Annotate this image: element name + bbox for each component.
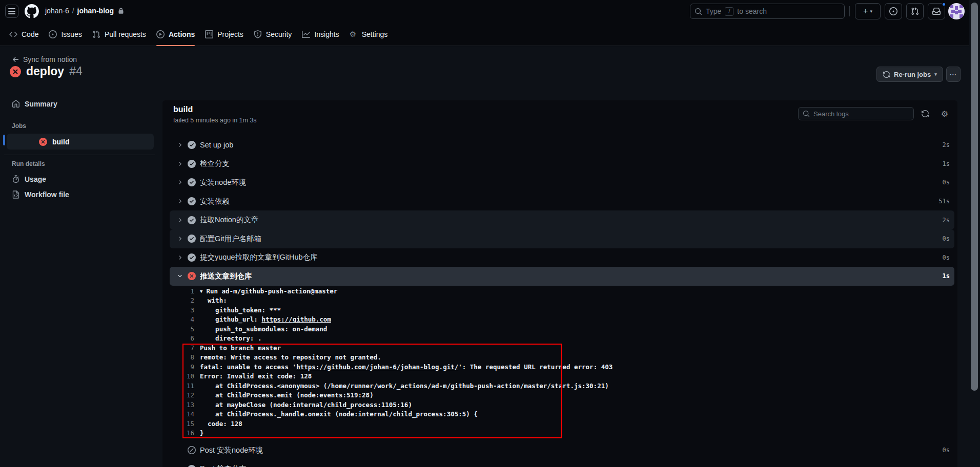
sidebar-item-summary[interactable]: Summary <box>7 96 159 112</box>
log-text: github_url: <box>200 315 261 323</box>
sidebar-divider <box>4 155 155 155</box>
tab-label: Settings <box>362 30 388 38</box>
log-line-number[interactable]: 7 <box>166 344 194 353</box>
log-line-number[interactable]: 13 <box>166 400 194 410</box>
step-row[interactable]: 安装node环境0s <box>170 173 954 192</box>
log-link[interactable]: https://github.com <box>261 315 331 323</box>
caret-down-icon: ▾ <box>934 72 937 77</box>
tab-issues[interactable]: Issues <box>44 23 87 46</box>
breadcrumb-separator: / <box>72 7 74 15</box>
log-line: 12 at ChildProcess.emit (node:events:519… <box>200 391 957 400</box>
tab-pull-requests[interactable]: Pull requests <box>87 23 151 46</box>
step-row[interactable]: 安装依赖51s <box>170 192 954 211</box>
tab-security[interactable]: Security <box>249 23 297 46</box>
rerun-jobs-button[interactable]: Re-run jobs ▾ <box>876 67 943 82</box>
run-title: deploy #4 <box>10 65 83 78</box>
log-line-number[interactable]: 4 <box>166 315 194 325</box>
step-row[interactable]: 推送文章到仓库1s <box>170 267 954 286</box>
tab-insights[interactable]: Insights <box>297 23 344 46</box>
search-icon <box>695 8 702 15</box>
log-line-number[interactable]: 10 <box>166 372 194 381</box>
chevron-right-icon <box>177 217 183 223</box>
tab-projects[interactable]: Projects <box>200 23 249 46</box>
step-duration: 0s <box>943 254 950 261</box>
check-circle-fill-icon <box>188 235 196 243</box>
log-line-number[interactable]: 9 <box>166 363 194 372</box>
log-text: at ChildProcess._handle.onexit (node:int… <box>200 410 478 418</box>
git-pull-request-icon <box>92 30 100 38</box>
sidebar-item-usage[interactable]: Usage <box>7 172 159 187</box>
notifications-inbox-button[interactable] <box>928 3 945 19</box>
step-row[interactable]: Post 安装node环境0s <box>170 441 954 460</box>
log-line-number[interactable]: 11 <box>166 381 194 391</box>
log-line-number[interactable]: 15 <box>166 419 194 429</box>
log-line-number[interactable]: 2 <box>166 296 194 306</box>
global-search-input[interactable]: Type / to search <box>690 4 845 19</box>
unread-notification-dot <box>942 2 946 7</box>
log-line: 8remote: Write access to repository not … <box>200 353 957 363</box>
chevron-right-icon <box>177 179 183 185</box>
sync-icon <box>883 71 890 78</box>
search-placeholder-suffix: to search <box>737 7 767 15</box>
refresh-logs-button[interactable] <box>919 108 931 120</box>
step-row[interactable]: 拉取Notion的文章2s <box>170 210 954 229</box>
top-chrome: johan-6 / johan-blog Type / to search + … <box>0 0 980 46</box>
log-text: at ChildProcess.<anonymous> (/home/runne… <box>200 382 609 390</box>
home-icon <box>12 100 20 108</box>
log-settings-gear-button[interactable]: ⚙ <box>938 108 951 120</box>
log-line-number[interactable]: 12 <box>166 391 194 400</box>
slash-key-hint: / <box>725 7 733 16</box>
log-line-number[interactable]: 3 <box>166 306 194 315</box>
log-line-number[interactable]: 5 <box>166 325 194 334</box>
issues-dashboard-button[interactable] <box>885 3 902 19</box>
github-logo-icon[interactable] <box>25 4 39 18</box>
step-duration: 2s <box>943 141 950 148</box>
run-options-kebab-button[interactable]: ⋯ <box>946 67 961 82</box>
sidebar-job-build[interactable]: build <box>7 134 154 150</box>
step-label: 推送文章到仓库 <box>200 271 252 281</box>
user-avatar[interactable] <box>948 3 965 19</box>
gear-icon: ⚙ <box>350 30 358 38</box>
step-row[interactable]: 检查分支1s <box>170 155 954 174</box>
breadcrumb-owner[interactable]: johan-6 <box>45 7 69 15</box>
step-row[interactable]: 配置Git用户名邮箱0s <box>170 229 954 248</box>
log-text: with: <box>200 296 227 304</box>
log-text: directory: . <box>200 334 261 342</box>
log-line: 4 github_url: https://github.com <box>200 315 957 325</box>
search-icon <box>803 110 810 117</box>
log-line: 15 code: 128 <box>200 419 957 429</box>
log-line-number[interactable]: 1 <box>166 287 194 296</box>
tab-code[interactable]: Code <box>4 23 44 46</box>
log-line-number[interactable]: 6 <box>166 334 194 344</box>
chevron-right-icon <box>177 142 183 148</box>
caret-down-icon: ▾ <box>870 9 872 14</box>
sidebar-job-label: build <box>52 138 69 146</box>
pull-requests-dashboard-button[interactable] <box>906 3 924 19</box>
create-new-button[interactable]: + ▾ <box>855 3 881 19</box>
log-line-number[interactable]: 16 <box>166 429 194 438</box>
log-line: 2 with: <box>200 296 957 306</box>
log-line-number[interactable]: 14 <box>166 410 194 419</box>
breadcrumb-repo[interactable]: johan-blog <box>77 7 114 15</box>
plus-icon: + <box>863 7 868 16</box>
step-row[interactable]: Post 检查分支 <box>170 460 954 467</box>
back-to-workflow-link[interactable]: Sync from notion <box>12 55 77 63</box>
tab-actions[interactable]: Actions <box>151 23 200 46</box>
search-logs-input[interactable]: Search logs <box>798 107 914 120</box>
scrollbar-thumb[interactable] <box>971 3 978 391</box>
log-line: 16} <box>200 429 957 438</box>
chevron-right-icon <box>177 198 183 204</box>
log-line-number[interactable]: 8 <box>166 353 194 363</box>
step-duration: 1s <box>943 272 950 280</box>
log-link[interactable]: https://github.com/johan-6/johan-blog.gi… <box>296 363 458 371</box>
job-title: build <box>173 105 193 114</box>
sidebar-item-workflow-file[interactable]: Workflow file <box>7 187 159 202</box>
step-log-output: 1▼Run ad-m/github-push-action@master2 wi… <box>162 287 957 438</box>
search-placeholder-prefix: Type <box>706 7 721 15</box>
hamburger-menu-button[interactable] <box>5 5 18 18</box>
step-row[interactable]: Set up job2s <box>170 136 954 155</box>
tab-settings[interactable]: ⚙ Settings <box>344 23 393 46</box>
log-line: 14 at ChildProcess._handle.onexit (node:… <box>200 410 957 419</box>
run-sidebar: Summary Jobs build Run details Usage Wor… <box>0 96 159 202</box>
step-row[interactable]: 提交yuque拉取的文章到GitHub仓库0s <box>170 248 954 267</box>
